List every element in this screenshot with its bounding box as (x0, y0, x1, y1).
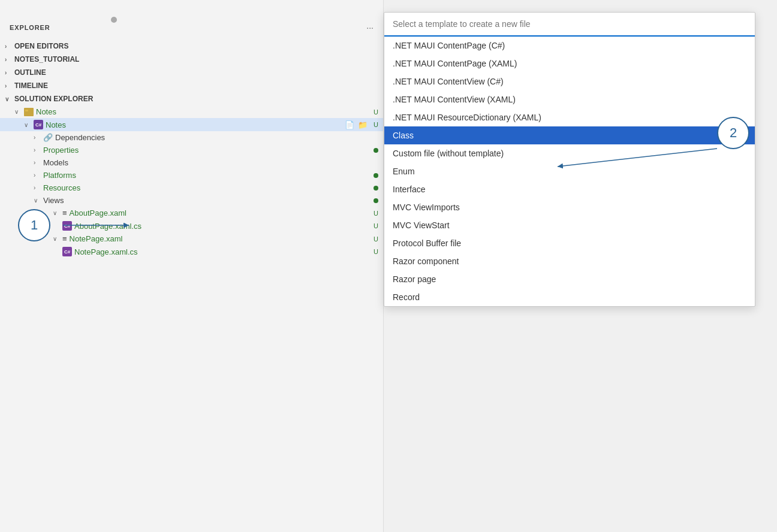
template-item[interactable]: Interface (384, 180, 755, 198)
note-cs-icon: C# (62, 247, 72, 256)
gray-dot (111, 17, 117, 23)
template-item[interactable]: Enum (384, 162, 755, 180)
new-file-icon[interactable]: 📄 (345, 120, 354, 129)
resources-label: Resources (43, 183, 80, 192)
notes-tutorial-chevron: › (5, 56, 14, 63)
notes-cs-label: Notes (46, 120, 66, 129)
notes-tutorial-section[interactable]: › NOTES_TUTORIAL (0, 53, 383, 66)
open-editors-label: OPEN EDITORS (14, 42, 68, 50)
explorer-title: EXPLORER (10, 24, 50, 31)
template-item[interactable]: Custom file (without template) (384, 144, 755, 162)
resources-item[interactable]: › Resources (0, 182, 383, 194)
template-item[interactable]: Razor component (384, 252, 755, 270)
template-item[interactable]: MVC ViewStart (384, 216, 755, 234)
resources-dot (374, 186, 378, 191)
xaml-icon: ≡ (62, 208, 67, 217)
outline-label: OUTLINE (14, 68, 46, 77)
notes-cs-chevron: ∨ (24, 122, 34, 128)
template-item[interactable]: .NET MAUI ContentView (XAML) (384, 90, 755, 108)
note-page-xaml-label: NotePage.xaml (70, 234, 123, 243)
about-xaml-chevron: ∨ (53, 210, 62, 216)
notes-project-item[interactable]: ∨ Notes U (0, 105, 383, 118)
outline-chevron: › (5, 69, 14, 76)
dependencies-chevron: › (34, 134, 43, 141)
about-page-xaml-item[interactable]: ∨ ≡ AboutPage.xaml U (0, 207, 383, 219)
template-dropdown: .NET MAUI ContentPage (C#).NET MAUI Cont… (384, 12, 755, 307)
platforms-dot (374, 173, 378, 178)
template-item[interactable]: .NET MAUI ContentPage (C#) (384, 37, 755, 55)
template-item[interactable]: Record (384, 288, 755, 306)
notes-project-chevron: ∨ (14, 108, 24, 115)
annotation-2: 2 (717, 117, 749, 149)
note-xaml-badge: U (374, 235, 378, 243)
note-xaml-chevron: ∨ (53, 235, 62, 242)
note-page-xaml-item[interactable]: ∨ ≡ NotePage.xaml U (0, 232, 383, 245)
solution-explorer-label: SOLUTION EXPLORER (14, 95, 93, 103)
about-page-cs-label: AboutPage.xaml.cs (74, 222, 141, 231)
platforms-item[interactable]: › Platforms (0, 169, 383, 182)
timeline-chevron: › (5, 83, 14, 89)
timeline-label: TIMELINE (14, 81, 48, 90)
open-editors-section[interactable]: › OPEN EDITORS (0, 40, 383, 53)
open-editors-chevron: › (5, 43, 14, 50)
template-item[interactable]: Protocol Buffer file (384, 234, 755, 252)
template-item[interactable]: Razor page (384, 270, 755, 288)
about-xaml-badge: U (374, 210, 378, 217)
about-page-xaml-label: AboutPage.xaml (70, 208, 127, 217)
note-xaml-icon: ≡ (62, 234, 67, 243)
platforms-chevron: › (34, 172, 43, 179)
platforms-label: Platforms (43, 171, 76, 180)
properties-item[interactable]: › Properties (0, 144, 383, 156)
app-container: EXPLORER ··· › OPEN EDITORS › NOTES_TUTO… (0, 0, 777, 532)
folder-icon (24, 108, 34, 116)
notes-project-badge: U (374, 108, 378, 116)
dependencies-label: Dependencies (55, 133, 105, 142)
template-item[interactable]: Class (384, 126, 755, 144)
notes-cs-badge: U (374, 121, 378, 128)
new-folder-icon[interactable]: 📁 (358, 120, 368, 129)
csharp-icon: C# (34, 120, 43, 129)
about-page-cs-item[interactable]: C# AboutPage.xaml.cs U (0, 219, 383, 232)
svg-rect-1 (25, 110, 28, 111)
resources-chevron: › (34, 185, 43, 191)
dependencies-icon: 🔗 (43, 133, 53, 142)
solution-explorer-section[interactable]: ∨ SOLUTION EXPLORER (0, 92, 383, 105)
notes-cs-item[interactable]: ∨ C# Notes 📄 📁 U (0, 118, 383, 131)
template-item[interactable]: .NET MAUI ResourceDictionary (XAML) (384, 108, 755, 126)
note-page-cs-item[interactable]: C# NotePage.xaml.cs U (0, 245, 383, 258)
notes-tutorial-label: NOTES_TUTORIAL (14, 55, 79, 64)
outline-section[interactable]: › OUTLINE (0, 66, 383, 79)
properties-chevron: › (34, 147, 43, 153)
template-item[interactable]: .NET MAUI ContentPage (XAML) (384, 55, 755, 72)
template-item[interactable]: .NET MAUI ContentView (C#) (384, 72, 755, 90)
dependencies-item[interactable]: › 🔗 Dependencies (0, 131, 383, 144)
views-label: Views (43, 196, 64, 205)
views-chevron: ∨ (34, 197, 43, 204)
solution-explorer-chevron: ∨ (5, 96, 14, 102)
models-chevron: › (34, 159, 43, 166)
template-item[interactable]: MVC ViewImports (384, 198, 755, 216)
about-cs-icon: C# (62, 221, 72, 231)
note-page-cs-label: NotePage.xaml.cs (74, 247, 138, 256)
properties-label: Properties (43, 146, 79, 155)
timeline-section[interactable]: › TIMELINE (0, 79, 383, 92)
search-area (384, 13, 755, 37)
note-cs-badge: U (374, 248, 378, 255)
notes-project-label: Notes (36, 107, 56, 116)
annotation-1: 1 (18, 209, 50, 241)
sidebar-menu-icon[interactable]: ··· (366, 23, 374, 32)
about-cs-badge: U (374, 222, 378, 229)
sidebar: EXPLORER ··· › OPEN EDITORS › NOTES_TUTO… (0, 0, 384, 532)
properties-dot (374, 148, 378, 153)
models-item[interactable]: › Models (0, 156, 383, 169)
models-label: Models (43, 158, 68, 167)
views-dot (374, 198, 378, 203)
template-list: .NET MAUI ContentPage (C#).NET MAUI Cont… (384, 37, 755, 306)
search-input[interactable] (393, 19, 746, 29)
sidebar-header: EXPLORER ··· (0, 18, 383, 37)
views-item[interactable]: ∨ Views (0, 194, 383, 207)
